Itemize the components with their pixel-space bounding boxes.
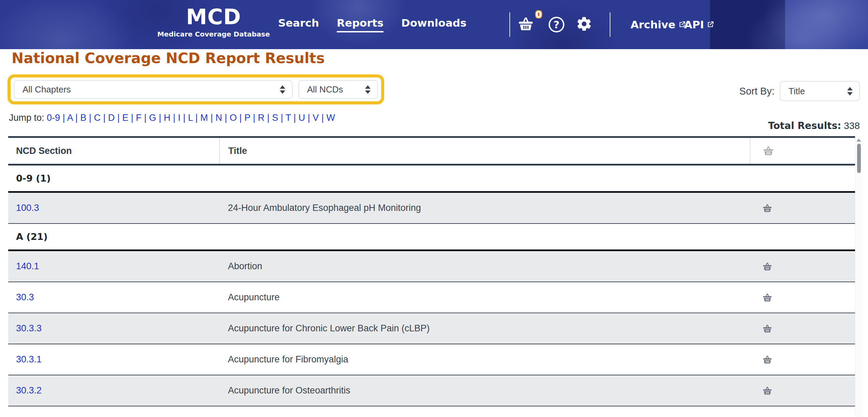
jump-link-C[interactable]: C [94, 113, 101, 123]
group-header-row: A (21) [8, 224, 856, 251]
ncd-section-cell: 140.1 [8, 251, 219, 282]
jump-separator: | [278, 113, 286, 123]
basket-cell [750, 375, 856, 406]
select-spinner-icon [365, 85, 371, 94]
ncd-section-cell: 30.3.2 [8, 375, 219, 406]
jump-separator: | [73, 113, 80, 123]
jump-link-E[interactable]: E [122, 113, 128, 123]
jump-separator: | [115, 113, 122, 123]
filter-highlight-outline: All Chapters All NCDs [8, 74, 384, 104]
add-to-basket-icon[interactable] [762, 386, 772, 396]
sort-select[interactable]: Title [780, 81, 860, 101]
basket-button[interactable]: 0 [517, 0, 534, 49]
jump-separator: | [60, 113, 67, 123]
jump-link-P[interactable]: P [244, 113, 250, 123]
jump-separator: | [237, 113, 244, 123]
jump-link-0-9[interactable]: 0-9 [47, 113, 60, 123]
ncd-results-table: NCD Section Title 0-9 (1)100.324-Hour Am… [8, 136, 856, 406]
jump-link-S[interactable]: S [272, 113, 278, 123]
jump-link-M[interactable]: M [200, 113, 208, 123]
table-row: 30.3.2Acupuncture for Osteoarthritis [8, 375, 856, 406]
add-to-basket-icon[interactable] [762, 203, 772, 213]
jump-link-D[interactable]: D [108, 113, 115, 123]
jump-link-B[interactable]: B [80, 113, 86, 123]
ncd-section-link[interactable]: 100.3 [16, 203, 39, 213]
jump-link-T[interactable]: T [286, 113, 291, 123]
jump-separator: | [86, 113, 94, 123]
ncd-select-value: All NCDs [307, 84, 343, 95]
select-spinner-icon [280, 85, 285, 94]
chapter-select[interactable]: All Chapters [14, 80, 292, 99]
basket-count-badge: 0 [535, 9, 542, 20]
jump-link-W[interactable]: W [326, 113, 335, 123]
table-scrollbar[interactable] [855, 136, 862, 417]
ncd-section-link[interactable]: 30.3 [16, 292, 34, 303]
jump-separator: | [319, 113, 326, 123]
sort-select-value: Title [789, 86, 805, 97]
ncd-section-link[interactable]: 30.3.2 [16, 385, 42, 396]
add-to-basket-icon[interactable] [762, 355, 772, 364]
jump-link-N[interactable]: N [216, 113, 222, 123]
jump-link-O[interactable]: O [230, 113, 237, 123]
ncd-section-cell: 100.3 [8, 193, 219, 223]
column-header-basket[interactable] [750, 138, 856, 164]
jump-link-R[interactable]: R [258, 113, 265, 123]
chapter-select-value: All Chapters [23, 84, 71, 95]
ncd-title: Acupuncture [219, 282, 750, 313]
nav-search[interactable]: Search [278, 17, 319, 32]
column-header-ncd-section[interactable]: NCD Section [8, 138, 219, 164]
ncd-title: Acupuncture for Osteoarthritis [219, 375, 750, 406]
total-results-label: Total Results: [768, 120, 841, 131]
jump-link-U[interactable]: U [299, 113, 305, 123]
ncd-title: Acupuncture for Fibromyalgia [219, 344, 750, 375]
logo-title: MCD [156, 6, 272, 28]
table-row: 30.3.1Acupuncture for Fibromyalgia [8, 344, 856, 375]
jump-separator: | [291, 113, 299, 123]
group-label: 0-9 (1) [8, 166, 219, 191]
help-button[interactable]: ? [549, 0, 564, 49]
ncd-section-cell: 30.3.1 [8, 344, 219, 375]
ncd-table-body: 0-9 (1)100.324-Hour Ambulatory Esophagea… [8, 166, 856, 406]
table-row: 140.1Abortion [8, 251, 856, 282]
logo-subtitle: Medicare Coverage Database [156, 30, 272, 38]
basket-cell [750, 313, 856, 344]
nav-reports[interactable]: Reports [337, 17, 384, 32]
mcd-logo[interactable]: MCD Medicare Coverage Database [156, 6, 272, 38]
ncd-section-link[interactable]: 30.3.1 [16, 354, 42, 365]
jump-separator: | [250, 113, 258, 123]
header-divider [509, 12, 510, 37]
jump-link-G[interactable]: G [149, 113, 156, 123]
jump-link-F[interactable]: F [136, 113, 142, 123]
page: MCD Medicare Coverage Database Search Re… [0, 0, 868, 417]
add-to-basket-icon[interactable] [762, 293, 772, 302]
ncd-select[interactable]: All NCDs [299, 80, 378, 99]
add-to-basket-icon[interactable] [762, 324, 772, 333]
jump-separator: | [128, 113, 136, 123]
jump-separator: | [264, 113, 272, 123]
nav-downloads[interactable]: Downloads [401, 17, 466, 32]
settings-button[interactable] [576, 0, 592, 49]
jump-link-A[interactable]: A [67, 113, 73, 123]
jump-link-H[interactable]: H [164, 113, 171, 123]
jump-to-row: Jump to: 0-9 | A | B | C | D | E | F | G… [9, 113, 335, 123]
ncd-section-link[interactable]: 30.3.3 [16, 323, 42, 334]
ncd-title: Abortion [219, 251, 750, 282]
page-title: National Coverage NCD Report Results [12, 50, 325, 67]
ncd-title: Acupuncture for Chronic Lower Back Pain … [219, 313, 750, 344]
table-row: 30.3Acupuncture [8, 282, 856, 313]
jump-link-I[interactable]: I [178, 113, 180, 123]
column-header-title[interactable]: Title [219, 138, 750, 164]
jump-link-V[interactable]: V [313, 113, 319, 123]
group-label: A (21) [8, 224, 219, 249]
scrollbar-thumb[interactable] [857, 144, 861, 173]
jump-link-L[interactable]: L [188, 113, 193, 123]
api-link[interactable]: API [684, 0, 714, 49]
basket-icon [763, 145, 774, 156]
add-to-basket-icon[interactable] [762, 262, 772, 271]
scrollbar-up-arrow-icon[interactable] [856, 139, 861, 142]
ncd-section-link[interactable]: 140.1 [16, 261, 39, 272]
sort-by-label: Sort By: [739, 86, 775, 97]
jump-separator: | [208, 113, 216, 123]
gear-icon [576, 16, 592, 33]
archive-link[interactable]: Archive [631, 0, 686, 49]
